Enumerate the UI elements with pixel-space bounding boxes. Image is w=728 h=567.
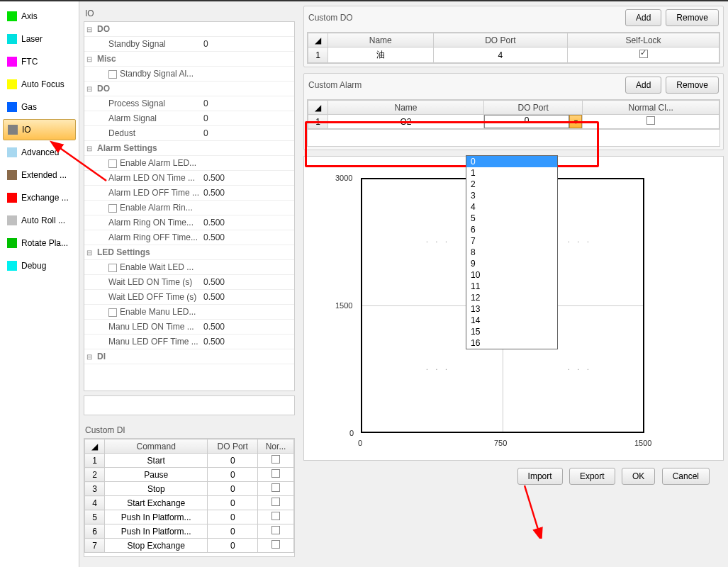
- table-corner[interactable]: ◢: [308, 33, 328, 47]
- dropdown-option[interactable]: 0: [466, 156, 557, 167]
- dropdown-option[interactable]: 1: [466, 167, 557, 179]
- table-corner[interactable]: ◢: [85, 439, 105, 454]
- dropdown-option[interactable]: 6: [466, 224, 557, 235]
- cancel-button[interactable]: Cancel: [662, 468, 710, 485]
- custom-di-table[interactable]: ◢CommandDO PortNor...1Start02Pause03Stop…: [84, 438, 295, 557]
- io-propgrid[interactable]: ⊟DOStandby Signal0⊟MiscStandby Signal Al…: [84, 21, 295, 391]
- col-header[interactable]: Normal Cl...: [583, 101, 719, 115]
- checkbox-icon[interactable]: [271, 512, 280, 520]
- custom-do-table[interactable]: ◢NameDO PortSelf-Lock1油4: [308, 33, 719, 63]
- dropdown-option[interactable]: 3: [466, 190, 557, 201]
- sidebar-item-rotate-pla-[interactable]: Rotate Pla...: [3, 232, 76, 254]
- checkbox-icon[interactable]: [271, 540, 280, 549]
- dropdown-option[interactable]: 12: [466, 292, 557, 303]
- checkbox-icon[interactable]: [271, 469, 280, 478]
- custom-alarm-add-button[interactable]: Add: [625, 77, 661, 94]
- expand-icon[interactable]: ⊟: [84, 249, 94, 257]
- prop-value[interactable]: 0.500: [201, 292, 294, 302]
- ok-button[interactable]: OK: [622, 468, 655, 485]
- table-row[interactable]: 3Stop0: [85, 482, 294, 496]
- table-row[interactable]: 7Stop Exchange0: [85, 539, 294, 553]
- dropdown-option[interactable]: 13: [466, 303, 557, 315]
- prop-value[interactable]: 0.500: [201, 337, 294, 347]
- col-header[interactable]: DO Port: [433, 33, 568, 47]
- table-corner[interactable]: ◢: [308, 101, 328, 115]
- checkbox-icon[interactable]: [108, 159, 117, 168]
- sidebar-item-exchange-[interactable]: Exchange ...: [3, 187, 76, 208]
- sidebar-item-advanced[interactable]: Advanced: [3, 142, 76, 163]
- prop-key: Alarm LED ON Time ...: [94, 173, 201, 183]
- prop-value[interactable]: 0: [201, 128, 294, 138]
- prop-value[interactable]: 0.500: [201, 188, 294, 198]
- col-header[interactable]: Name: [328, 101, 484, 115]
- custom-alarm-table[interactable]: ◢NameDO PortNormal Cl...1O20▼: [308, 100, 719, 129]
- prop-value[interactable]: 0: [201, 113, 294, 123]
- sidebar-item-gas[interactable]: Gas: [3, 96, 76, 118]
- col-header[interactable]: DO Port: [484, 101, 583, 115]
- table-row[interactable]: 4Start Exchange0: [85, 496, 294, 510]
- swatch-icon: [7, 79, 17, 89]
- dropdown-option[interactable]: 9: [466, 258, 557, 269]
- col-header[interactable]: DO Port: [208, 439, 258, 454]
- col-header[interactable]: Self-Lock: [568, 33, 719, 47]
- expand-icon[interactable]: ⊟: [84, 85, 94, 93]
- sidebar-item-auto-roll-[interactable]: Auto Roll ...: [3, 210, 76, 231]
- dropdown-option[interactable]: 16: [466, 337, 557, 349]
- table-row[interactable]: 1Start0: [85, 454, 294, 468]
- do-port-dropdown-list[interactable]: 012345678910111213141516: [466, 155, 558, 349]
- sidebar-item-extended-[interactable]: Extended ...: [3, 164, 76, 186]
- checkbox-icon[interactable]: [639, 50, 648, 58]
- checkbox-icon[interactable]: [271, 455, 280, 464]
- dropdown-option[interactable]: 14: [466, 315, 557, 326]
- checkbox-icon[interactable]: [108, 308, 117, 317]
- col-header[interactable]: Command: [105, 439, 208, 454]
- dropdown-option[interactable]: 2: [466, 179, 557, 190]
- sidebar-item-laser[interactable]: Laser: [3, 28, 76, 50]
- custom-do-remove-button[interactable]: Remove: [666, 9, 719, 26]
- prop-value[interactable]: 0: [201, 99, 294, 108]
- sidebar-item-debug[interactable]: Debug: [3, 255, 76, 276]
- prop-value[interactable]: 0.500: [201, 322, 294, 332]
- table-row[interactable]: 6Push In Platform...0: [85, 524, 294, 539]
- checkbox-icon[interactable]: [271, 483, 280, 492]
- checkbox-icon[interactable]: [646, 116, 655, 125]
- dropdown-option[interactable]: 10: [466, 269, 557, 281]
- checkbox-icon[interactable]: [108, 70, 117, 79]
- dropdown-option[interactable]: 8: [466, 247, 557, 258]
- do-port-dropdown[interactable]: 0▼: [484, 115, 582, 128]
- dropdown-option[interactable]: 5: [466, 213, 557, 224]
- import-button[interactable]: Import: [517, 468, 563, 485]
- expand-icon[interactable]: ⊟: [84, 145, 94, 152]
- sidebar-item-axis[interactable]: Axis: [3, 6, 76, 27]
- prop-value[interactable]: 0.500: [201, 232, 294, 242]
- custom-do-add-button[interactable]: Add: [625, 9, 661, 26]
- y-tick-3000: 3000: [335, 174, 352, 182]
- chevron-down-icon[interactable]: ▼: [569, 115, 582, 128]
- prop-value[interactable]: 0.500: [201, 277, 294, 287]
- sidebar-item-io[interactable]: IO: [3, 119, 76, 140]
- expand-icon[interactable]: ⊟: [84, 26, 94, 33]
- dropdown-option[interactable]: 7: [466, 235, 557, 247]
- dropdown-option[interactable]: 4: [466, 201, 557, 213]
- expand-icon[interactable]: ⊟: [84, 55, 94, 63]
- prop-value[interactable]: 0: [201, 39, 294, 49]
- sidebar-item-ftc[interactable]: FTC: [3, 51, 76, 72]
- sidebar-item-auto-focus[interactable]: Auto Focus: [3, 74, 76, 95]
- export-button[interactable]: Export: [569, 468, 615, 485]
- checkbox-icon[interactable]: [271, 498, 280, 506]
- custom-alarm-remove-button[interactable]: Remove: [666, 77, 719, 94]
- checkbox-icon[interactable]: [108, 204, 117, 213]
- checkbox-icon[interactable]: [271, 526, 280, 534]
- prop-value[interactable]: 0.500: [201, 218, 294, 228]
- prop-value[interactable]: 0.500: [201, 173, 294, 183]
- col-header[interactable]: Name: [328, 33, 434, 47]
- table-row[interactable]: 1油4: [308, 47, 719, 63]
- table-row[interactable]: 2Pause0: [85, 468, 294, 482]
- dropdown-option[interactable]: 11: [466, 281, 557, 292]
- dropdown-option[interactable]: 15: [466, 326, 557, 337]
- col-header[interactable]: Nor...: [258, 439, 294, 454]
- table-row[interactable]: 1O20▼: [308, 115, 719, 129]
- table-row[interactable]: 5Push In Platform...0: [85, 510, 294, 524]
- checkbox-icon[interactable]: [108, 264, 117, 272]
- expand-icon[interactable]: ⊟: [84, 353, 94, 361]
